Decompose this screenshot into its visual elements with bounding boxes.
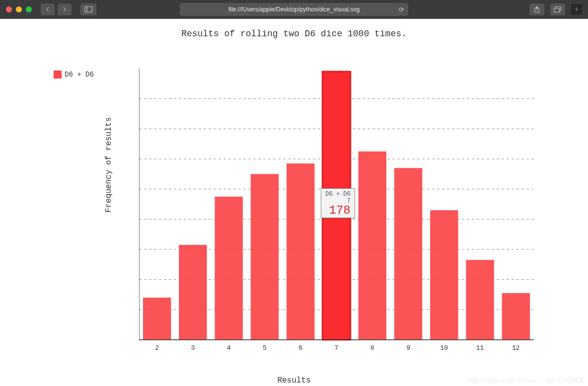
reload-icon[interactable]: ⟳ (399, 6, 404, 13)
chart-bar[interactable] (143, 298, 171, 340)
x-tick-label: 6 (298, 344, 302, 352)
chart-bar[interactable] (502, 293, 530, 340)
tabs-button[interactable] (550, 3, 565, 15)
new-tab-button[interactable]: + (571, 4, 582, 15)
x-tick-label: 9 (406, 344, 410, 352)
chart-bar[interactable] (215, 197, 242, 340)
share-button[interactable] (529, 3, 544, 15)
page-content: Results of rolling two D6 dice 1000 time… (0, 19, 588, 386)
chart-bar[interactable] (466, 260, 494, 340)
chart-bar[interactable] (287, 163, 314, 340)
chart-legend[interactable]: D6 + D6 (54, 71, 94, 78)
forward-button[interactable] (58, 3, 72, 15)
x-tick-label: 4 (227, 344, 231, 352)
chart-tooltip: D6 + D6 7 178 (321, 188, 355, 218)
chart-bar[interactable] (251, 174, 279, 340)
svg-rect-4 (554, 8, 560, 12)
legend-label: D6 + D6 (65, 71, 94, 78)
x-tick-label: 5 (263, 344, 267, 352)
zoom-icon[interactable] (26, 6, 32, 12)
url-field[interactable]: file:///Users/apple/Desktop/python/dice_… (180, 3, 408, 16)
close-icon[interactable] (6, 6, 12, 12)
y-axis-label: Frequency of results (104, 117, 113, 213)
x-tick-label: 8 (370, 344, 374, 352)
x-tick-label: 7 (335, 344, 339, 352)
chart-bar[interactable] (179, 245, 207, 340)
chart-bar[interactable] (359, 152, 386, 340)
window-traffic-lights (6, 6, 32, 12)
svg-rect-0 (85, 7, 92, 12)
x-tick-label: 2 (155, 344, 159, 352)
nav-buttons (41, 3, 72, 15)
x-tick-label: 11 (476, 344, 484, 352)
x-tick-label: 12 (512, 344, 520, 352)
chart-bar[interactable] (430, 210, 458, 340)
tooltip-value: 178 (325, 205, 350, 217)
tooltip-series: D6 + D6 (325, 191, 350, 198)
url-text: file:///Users/apple/Desktop/python/dice_… (228, 6, 360, 13)
browser-titlebar: file:///Users/apple/Desktop/python/dice_… (0, 0, 588, 19)
x-tick-label: 10 (441, 344, 448, 352)
back-button[interactable] (41, 3, 55, 15)
chart-plot-area[interactable]: 02040608010012014016023456789101112 D6 +… (139, 67, 536, 360)
watermark-text: https://blog.csdn.net/wei... @51CTO博客 (468, 376, 585, 385)
legend-swatch-icon (54, 71, 62, 78)
x-tick-label: 3 (191, 344, 195, 352)
sidebar-toggle-button[interactable] (80, 3, 96, 15)
chart-bar[interactable] (394, 168, 422, 340)
minimize-icon[interactable] (16, 6, 22, 12)
chart-title: Results of rolling two D6 dice 1000 time… (0, 29, 588, 39)
